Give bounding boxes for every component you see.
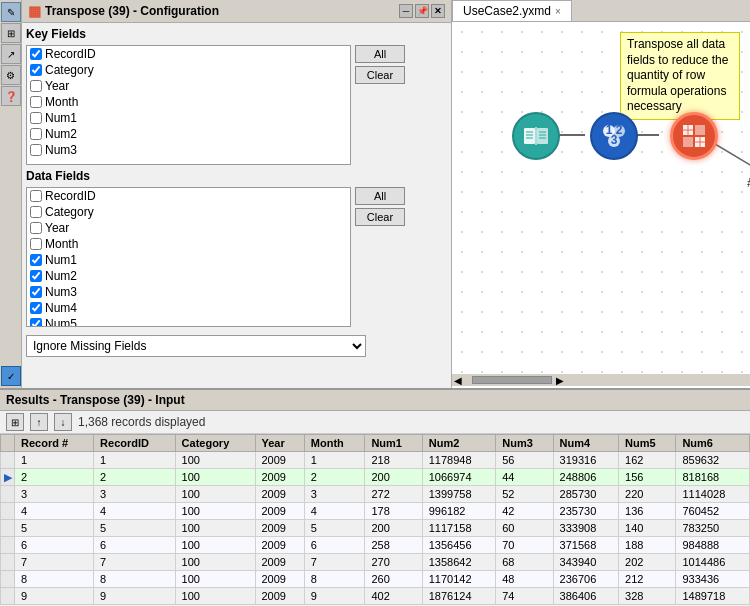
table-cell: 100 bbox=[175, 554, 255, 571]
sidebar-icon-1[interactable]: ✎ bbox=[1, 2, 21, 22]
data-field-checkbox[interactable] bbox=[30, 270, 42, 282]
data-field-checkbox[interactable] bbox=[30, 238, 42, 250]
table-row[interactable]: 33100200932721399758522857302201114028 bbox=[1, 486, 750, 503]
table-row[interactable]: 99100200994021876124743864063281489718 bbox=[1, 588, 750, 605]
table-cell: 8 bbox=[94, 571, 176, 588]
data-fields-clear-button[interactable]: Clear bbox=[355, 208, 405, 226]
key-field-item[interactable]: Category bbox=[27, 62, 350, 78]
sidebar-icon-bottom[interactable]: ✓ bbox=[1, 366, 21, 386]
data-field-checkbox[interactable] bbox=[30, 222, 42, 234]
scroll-left-button[interactable]: ◀ bbox=[454, 375, 462, 386]
data-field-item[interactable]: Num5 bbox=[27, 316, 350, 327]
input-node-circle[interactable] bbox=[512, 112, 560, 160]
data-field-checkbox[interactable] bbox=[30, 302, 42, 314]
key-field-checkbox[interactable] bbox=[30, 96, 42, 108]
key-field-item[interactable]: Month bbox=[27, 94, 350, 110]
data-field-item[interactable]: Year bbox=[27, 220, 350, 236]
table-cell: 56 bbox=[496, 452, 553, 469]
data-fields-row: RecordIDCategoryYearMonthNum1Num2Num3Num… bbox=[26, 187, 447, 327]
key-fields-all-button[interactable]: All bbox=[355, 45, 405, 63]
data-field-checkbox[interactable] bbox=[30, 318, 42, 327]
key-field-checkbox[interactable] bbox=[30, 144, 42, 156]
data-field-checkbox[interactable] bbox=[30, 254, 42, 266]
canvas-hscroll[interactable]: ◀ ▶ bbox=[452, 374, 750, 386]
minimize-button[interactable]: ─ bbox=[399, 4, 413, 18]
table-row[interactable]: 1110020091218117894856319316162859632 bbox=[1, 452, 750, 469]
formula-node-circle[interactable]: 1 2 3 bbox=[590, 112, 638, 160]
table-cell: 9 bbox=[15, 588, 94, 605]
key-field-item[interactable]: Num3 bbox=[27, 142, 350, 158]
key-field-checkbox[interactable] bbox=[30, 112, 42, 124]
key-field-checkbox[interactable] bbox=[30, 48, 42, 60]
key-field-checkbox[interactable] bbox=[30, 80, 42, 92]
formula-node[interactable]: 1 2 3 bbox=[590, 112, 638, 160]
hscroll-thumb[interactable] bbox=[472, 376, 552, 384]
input-node[interactable] bbox=[512, 112, 560, 160]
data-field-item[interactable]: Num4 bbox=[27, 300, 350, 316]
close-button[interactable]: ✕ bbox=[431, 4, 445, 18]
sort-asc-button[interactable]: ↑ bbox=[30, 413, 48, 431]
sidebar-icon-4[interactable]: ⚙ bbox=[1, 65, 21, 85]
data-field-label: Month bbox=[45, 237, 78, 251]
key-field-item[interactable]: RecordID bbox=[27, 46, 350, 62]
svg-rect-23 bbox=[683, 137, 693, 147]
data-field-item[interactable]: Num2 bbox=[27, 268, 350, 284]
table-row[interactable]: 6610020096258135645670371568188984888 bbox=[1, 537, 750, 554]
sidebar-icon-5[interactable]: ❓ bbox=[1, 86, 21, 106]
table-cell: 319316 bbox=[553, 452, 618, 469]
data-fields-list[interactable]: RecordIDCategoryYearMonthNum1Num2Num3Num… bbox=[26, 187, 351, 327]
table-row[interactable]: 8810020098260117014248236706212933436 bbox=[1, 571, 750, 588]
data-field-item[interactable]: RecordID bbox=[27, 188, 350, 204]
data-field-item[interactable]: Num1 bbox=[27, 252, 350, 268]
key-fields-list[interactable]: RecordIDCategoryYearMonthNum1Num2Num3 bbox=[26, 45, 351, 165]
results-table-container[interactable]: Record # RecordID Category Year Month Nu… bbox=[0, 434, 750, 606]
svg-rect-8 bbox=[535, 127, 537, 145]
pin-button[interactable]: 📌 bbox=[415, 4, 429, 18]
canvas-tab[interactable]: UseCase2.yxmd × bbox=[452, 0, 572, 21]
table-row[interactable]: 441002009417899618242235730136760452 bbox=[1, 503, 750, 520]
canvas-tab-label: UseCase2.yxmd bbox=[463, 4, 551, 18]
svg-rect-6 bbox=[524, 128, 535, 144]
key-fields-clear-button[interactable]: Clear bbox=[355, 66, 405, 84]
sidebar-icon-2[interactable]: ⊞ bbox=[1, 23, 21, 43]
table-cell: 100 bbox=[175, 588, 255, 605]
data-field-item[interactable]: Month bbox=[27, 236, 350, 252]
table-row[interactable]: ▶2210020092200106697444248806156818168 bbox=[1, 469, 750, 486]
data-field-checkbox[interactable] bbox=[30, 286, 42, 298]
row-indicator bbox=[1, 520, 15, 537]
key-field-item[interactable]: Num1 bbox=[27, 110, 350, 126]
header-num2: Num2 bbox=[422, 435, 496, 452]
table-row[interactable]: 77100200972701358642683439402021014486 bbox=[1, 554, 750, 571]
table-cell: 6 bbox=[15, 537, 94, 554]
data-field-item[interactable]: Num3 bbox=[27, 284, 350, 300]
key-field-item[interactable]: Year bbox=[27, 78, 350, 94]
table-cell: 8 bbox=[15, 571, 94, 588]
data-field-checkbox[interactable] bbox=[30, 190, 42, 202]
table-cell: 7 bbox=[94, 554, 176, 571]
sidebar-icon-3[interactable]: ↗ bbox=[1, 44, 21, 64]
table-cell: 3 bbox=[15, 486, 94, 503]
data-field-checkbox[interactable] bbox=[30, 206, 42, 218]
key-field-label: Year bbox=[45, 79, 69, 93]
key-field-checkbox[interactable] bbox=[30, 64, 42, 76]
data-field-item[interactable]: Category bbox=[27, 204, 350, 220]
scroll-right-button[interactable]: ▶ bbox=[556, 375, 564, 386]
sort-desc-button[interactable]: ↓ bbox=[54, 413, 72, 431]
canvas-tabs: UseCase2.yxmd × bbox=[452, 0, 750, 22]
key-field-item[interactable]: Num2 bbox=[27, 126, 350, 142]
data-fields-all-button[interactable]: All bbox=[355, 187, 405, 205]
canvas-tab-close[interactable]: × bbox=[555, 6, 561, 17]
row-indicator bbox=[1, 486, 15, 503]
ignore-missing-dropdown[interactable]: Ignore Missing Fields bbox=[26, 335, 366, 357]
table-row[interactable]: 5510020095200111715860333908140783250 bbox=[1, 520, 750, 537]
transpose-node[interactable] bbox=[670, 112, 718, 160]
transpose-node-circle[interactable] bbox=[670, 112, 718, 160]
header-num6: Num6 bbox=[676, 435, 750, 452]
table-view-button[interactable]: ⊞ bbox=[6, 413, 24, 431]
table-cell: 248806 bbox=[553, 469, 618, 486]
tooltip-text: Transpose all data fields to reduce the … bbox=[627, 37, 728, 113]
table-cell: 188 bbox=[619, 537, 676, 554]
key-field-checkbox[interactable] bbox=[30, 128, 42, 140]
key-field-label: RecordID bbox=[45, 47, 96, 61]
canvas-content[interactable]: #1 Transpose all data fields to reduce t… bbox=[452, 22, 750, 386]
